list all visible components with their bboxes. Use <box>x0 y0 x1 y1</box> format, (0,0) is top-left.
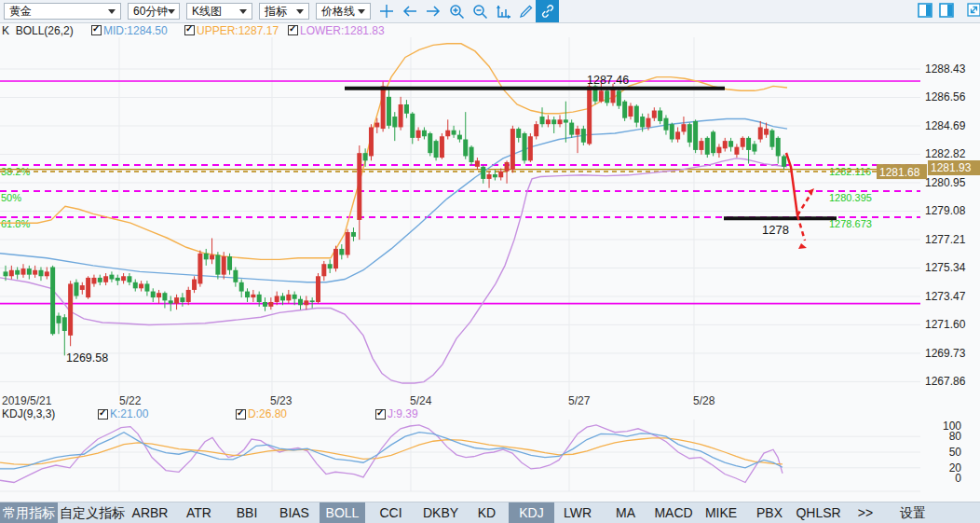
tab-BBI[interactable]: BBI <box>225 502 269 523</box>
svg-text:1282.82: 1282.82 <box>925 147 966 160</box>
tab-常用指标[interactable]: 常用指标 <box>0 502 58 523</box>
svg-text:1281.68: 1281.68 <box>879 166 920 179</box>
tab-MACD[interactable]: MACD <box>650 502 697 523</box>
kdj-k-label: K:21.00 <box>110 407 148 420</box>
svg-text:61.8%: 61.8% <box>1 218 30 229</box>
svg-text:5/28: 5/28 <box>693 394 715 407</box>
svg-text:50: 50 <box>949 446 962 459</box>
svg-text:1288.43: 1288.43 <box>925 62 966 76</box>
tab-BOLL[interactable]: BOLL <box>320 502 365 523</box>
tab-MA[interactable]: MA <box>601 502 650 523</box>
zoom-out-icon[interactable] <box>471 3 488 20</box>
svg-text:5/22: 5/22 <box>119 394 142 407</box>
indicator-value: 指标 <box>265 4 287 20</box>
window-layout-icon-2[interactable] <box>939 3 954 18</box>
svg-text:2019/5/21: 2019/5/21 <box>2 394 52 407</box>
svg-text:0: 0 <box>955 472 961 485</box>
window-layout-icon[interactable] <box>918 3 932 18</box>
checkbox-icon[interactable] <box>98 409 108 420</box>
tab-MIKE[interactable]: MIKE <box>697 502 745 523</box>
tab-PBX[interactable]: PBX <box>745 502 794 523</box>
svg-text:1275.34: 1275.34 <box>925 261 966 274</box>
svg-text:1267.86: 1267.86 <box>925 375 966 388</box>
period-dropdown[interactable]: 60分钟 <box>128 3 180 20</box>
svg-text:1284.69: 1284.69 <box>925 119 966 132</box>
zoom-in-icon[interactable] <box>448 3 465 20</box>
chevron-down-icon <box>239 9 247 14</box>
price-line-dropdown[interactable]: 价格线 <box>316 3 371 20</box>
candles-layer <box>4 82 787 356</box>
arrow-right-icon[interactable] <box>425 3 442 20</box>
chart-type-dropdown[interactable]: K线图 <box>186 3 252 20</box>
tab-LWR[interactable]: LWR <box>554 502 601 523</box>
svg-text:1269.73: 1269.73 <box>925 347 966 360</box>
chevron-down-icon <box>358 9 365 14</box>
tab-KDJ[interactable]: KDJ <box>509 502 554 523</box>
trading-app: 黄金 60分钟 K线图 指标 价格线 K BOLL(26,2) MID:1284… <box>0 0 980 523</box>
svg-text:1279.08: 1279.08 <box>925 204 966 217</box>
svg-text:1287.46: 1287.46 <box>587 74 629 87</box>
chevron-down-icon <box>168 9 175 14</box>
crosshair-icon[interactable] <box>378 3 395 20</box>
tab-QHLSR[interactable]: QHLSR <box>794 502 843 523</box>
svg-text:1273.47: 1273.47 <box>925 290 966 303</box>
svg-text:1280.95: 1280.95 <box>925 176 966 189</box>
axis-scale-icon[interactable] <box>495 3 511 20</box>
toolbar: 黄金 60分钟 K线图 指标 价格线 <box>0 0 980 23</box>
tab-设置[interactable]: 设置 <box>888 502 938 523</box>
svg-text:1278: 1278 <box>762 223 789 237</box>
chevron-down-icon <box>108 9 116 14</box>
price-line-value: 价格线 <box>321 4 355 20</box>
svg-text:1286.56: 1286.56 <box>925 90 966 103</box>
tab-ATR[interactable]: ATR <box>173 502 225 523</box>
svg-text:1281.93: 1281.93 <box>931 161 972 174</box>
kdj-d-toggle[interactable]: D:26.80 <box>236 407 287 420</box>
period-value: 60分钟 <box>133 4 168 20</box>
svg-text:50%: 50% <box>1 192 21 203</box>
kdj-legend-title: KDJ(9,3,3) <box>2 407 55 420</box>
kdj-j-toggle[interactable]: J:9.39 <box>375 407 418 420</box>
candlestick-chart[interactable]: 1288.431286.561284.691282.821280.951279.… <box>0 22 980 502</box>
tab->>[interactable]: >> <box>843 502 888 523</box>
tab-KD[interactable]: KD <box>465 502 509 523</box>
checkbox-icon[interactable] <box>375 409 386 420</box>
tab-CCI[interactable]: CCI <box>365 502 416 523</box>
symbol-dropdown[interactable]: 黄金 <box>4 3 121 20</box>
chevron-down-icon <box>296 9 304 14</box>
svg-text:5/24: 5/24 <box>410 394 432 407</box>
kdj-k-toggle[interactable]: K:21.00 <box>98 407 148 420</box>
svg-text:1269.58: 1269.58 <box>66 351 108 365</box>
indicator-tabbar: 常用指标自定义指标ARBRATRBBIBIASBOLLCCIDKBYKDKDJL… <box>0 502 980 523</box>
kdj-j-label: J:9.39 <box>388 407 418 420</box>
kdj-legend: KDJ(9,3,3) K:21.00 D:26.80 J:9.39 <box>2 407 55 420</box>
indicator-dropdown[interactable]: 指标 <box>259 3 309 20</box>
link-icon[interactable] <box>536 0 559 22</box>
pencil-icon[interactable] <box>518 3 535 20</box>
svg-text:1280.395: 1280.395 <box>829 192 872 203</box>
checkbox-icon[interactable] <box>236 409 246 420</box>
chart-type-value: K线图 <box>192 4 222 20</box>
kdj-d-label: D:26.80 <box>248 407 287 420</box>
svg-text:5/23: 5/23 <box>270 394 293 407</box>
tab-ARBR[interactable]: ARBR <box>127 502 173 523</box>
tab-自定义指标[interactable]: 自定义指标 <box>58 502 127 523</box>
svg-text:80: 80 <box>949 430 962 443</box>
tab-BIAS[interactable]: BIAS <box>269 502 320 523</box>
tab-DKBY[interactable]: DKBY <box>416 502 465 523</box>
svg-text:5/27: 5/27 <box>568 394 591 407</box>
svg-text:1271.60: 1271.60 <box>925 318 966 331</box>
arrow-left-icon[interactable] <box>402 3 418 20</box>
svg-text:1277.21: 1277.21 <box>925 233 966 246</box>
symbol-value: 黄金 <box>9 4 32 20</box>
expand-icon[interactable] <box>967 3 980 18</box>
